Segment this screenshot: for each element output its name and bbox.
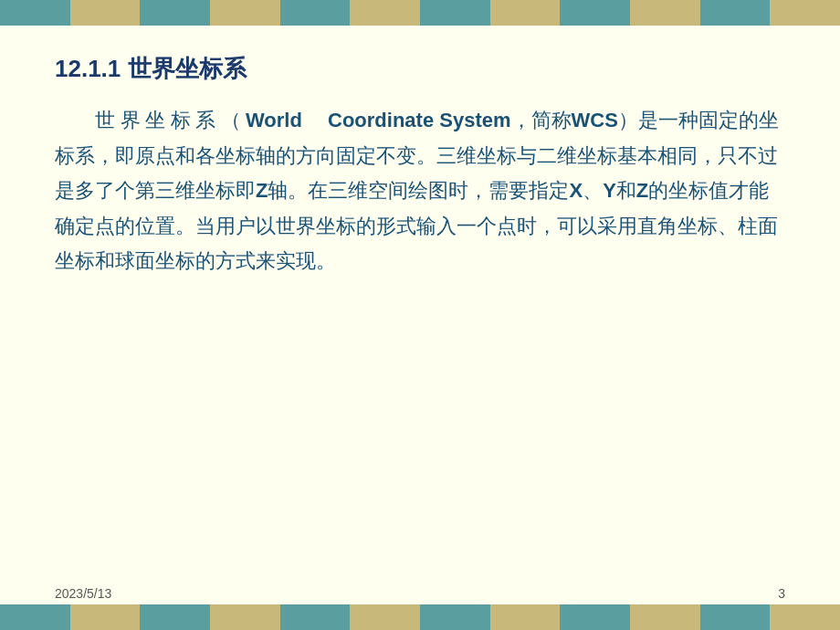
wcs-text: WCS: [572, 109, 618, 131]
bottom-border-seg-4: [210, 604, 280, 630]
border-seg-5: [280, 0, 351, 26]
border-seg-3: [140, 0, 210, 26]
z-axis-text: Z: [256, 179, 268, 202]
border-seg-1: [0, 0, 70, 26]
body-paragraph: 世 界 坐 标 系 （ World Coordinate System，简称WC…: [55, 103, 785, 279]
world-text: World Coordinate System: [246, 109, 511, 131]
bottom-border-seg-1: [0, 604, 70, 630]
bottom-border-seg-10: [630, 604, 700, 630]
main-content: 12.1.1 世界坐标系 世 界 坐 标 系 （ World Coordinat…: [0, 26, 840, 298]
bottom-border-seg-7: [420, 604, 490, 630]
z-coord: Z: [636, 179, 648, 202]
border-seg-10: [630, 0, 700, 26]
top-border: [0, 0, 840, 26]
footer: 2023/5/13 3: [0, 586, 840, 601]
border-seg-6: [350, 0, 420, 26]
bottom-border-seg-5: [280, 604, 351, 630]
border-seg-9: [560, 0, 630, 26]
border-seg-11: [700, 0, 771, 26]
footer-page-number: 3: [778, 586, 785, 601]
border-seg-8: [490, 0, 561, 26]
bottom-border: [0, 604, 840, 630]
bottom-border-seg-3: [140, 604, 210, 630]
bottom-border-seg-6: [350, 604, 420, 630]
bottom-border-seg-12: [770, 604, 840, 630]
border-seg-2: [70, 0, 141, 26]
border-seg-4: [210, 0, 280, 26]
y-coord: Y: [603, 179, 616, 202]
bottom-border-seg-9: [560, 604, 630, 630]
border-seg-7: [420, 0, 490, 26]
bottom-border-seg-8: [490, 604, 561, 630]
footer-date: 2023/5/13: [55, 586, 111, 601]
bottom-border-seg-2: [70, 604, 141, 630]
bottom-border-seg-11: [700, 604, 771, 630]
section-title: 12.1.1 世界坐标系: [55, 53, 785, 85]
x-coord: X: [569, 179, 583, 202]
border-seg-12: [770, 0, 840, 26]
